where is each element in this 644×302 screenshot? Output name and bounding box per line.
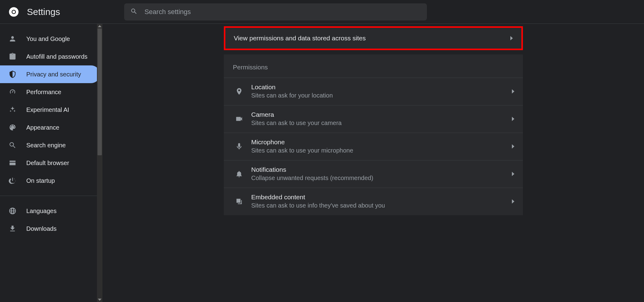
search-settings[interactable] bbox=[124, 3, 427, 20]
download-icon bbox=[9, 225, 17, 233]
sidebar-divider bbox=[0, 196, 102, 196]
sidebar-item-languages[interactable]: Languages bbox=[0, 202, 100, 220]
perm-sub: Sites can ask to use your camera bbox=[251, 120, 342, 127]
sidebar-item-label: Experimental AI bbox=[26, 106, 69, 113]
chevron-right-icon bbox=[512, 144, 514, 149]
chevron-right-icon bbox=[512, 172, 514, 176]
permission-embedded-content[interactable]: Embedded content Sites can ask to use in… bbox=[224, 188, 523, 215]
clipboard-icon bbox=[9, 53, 17, 61]
sidebar-scrollbar[interactable] bbox=[97, 24, 102, 302]
camera-icon bbox=[232, 115, 246, 123]
chevron-right-icon bbox=[512, 199, 514, 204]
sidebar-item-label: Default browser bbox=[26, 160, 69, 167]
sidebar-item-experimental-ai[interactable]: Experimental AI bbox=[0, 101, 100, 119]
perm-title: Embedded content bbox=[251, 193, 385, 201]
row-label: View permissions and data stored across … bbox=[234, 35, 366, 42]
sidebar-item-label: Downloads bbox=[26, 225, 57, 232]
chrome-logo-icon bbox=[9, 7, 19, 17]
permission-notifications[interactable]: Notifications Collapse unwanted requests… bbox=[224, 160, 523, 188]
person-icon bbox=[9, 35, 17, 43]
power-icon bbox=[9, 177, 17, 185]
sidebar: You and Google Autofill and passwords Pr… bbox=[0, 24, 102, 302]
search-icon bbox=[130, 8, 138, 16]
sidebar-item-on-startup[interactable]: On startup bbox=[0, 172, 100, 190]
permission-microphone[interactable]: Microphone Sites can ask to use your mic… bbox=[224, 133, 523, 160]
sidebar-item-downloads[interactable]: Downloads bbox=[0, 220, 100, 238]
palette-icon bbox=[9, 123, 17, 131]
sidebar-item-appearance[interactable]: Appearance bbox=[0, 119, 100, 136]
perm-sub: Sites can ask to use your microphone bbox=[251, 147, 353, 154]
sidebar-item-label: Languages bbox=[26, 208, 57, 215]
permission-location[interactable]: Location Sites can ask for your location bbox=[224, 78, 523, 105]
perm-title: Camera bbox=[251, 111, 342, 118]
sidebar-item-performance[interactable]: Performance bbox=[0, 83, 100, 101]
sidebar-item-default-browser[interactable]: Default browser bbox=[0, 154, 100, 172]
perm-title: Microphone bbox=[251, 138, 353, 146]
sparkle-icon bbox=[9, 106, 17, 114]
sidebar-item-label: Privacy and security bbox=[26, 71, 81, 78]
chevron-right-icon bbox=[510, 36, 513, 40]
page-title: Settings bbox=[27, 7, 60, 17]
scroll-up-icon[interactable] bbox=[98, 25, 102, 27]
chevron-right-icon bbox=[512, 117, 514, 121]
chevron-right-icon bbox=[512, 89, 514, 94]
pin-icon bbox=[232, 87, 246, 95]
window-icon bbox=[9, 159, 17, 167]
sidebar-item-label: Appearance bbox=[26, 124, 59, 131]
sidebar-item-label: On startup bbox=[26, 177, 55, 184]
embed-icon bbox=[232, 197, 246, 205]
search-icon bbox=[9, 141, 17, 149]
header: Settings bbox=[0, 0, 644, 24]
sidebar-item-label: Autofill and passwords bbox=[26, 53, 87, 60]
perm-title: Location bbox=[251, 83, 333, 91]
globe-icon bbox=[9, 207, 17, 215]
perm-sub: Sites can ask for your location bbox=[251, 92, 333, 99]
perm-sub: Sites can ask to use info they've saved … bbox=[251, 202, 385, 209]
search-input[interactable] bbox=[144, 8, 421, 16]
mic-icon bbox=[232, 142, 246, 150]
bell-icon bbox=[232, 170, 246, 178]
sidebar-item-autofill[interactable]: Autofill and passwords bbox=[0, 48, 100, 65]
sidebar-item-privacy-security[interactable]: Privacy and security bbox=[0, 65, 100, 83]
view-permissions-row[interactable]: View permissions and data stored across … bbox=[224, 26, 523, 50]
scroll-down-icon[interactable] bbox=[98, 299, 102, 301]
sidebar-item-label: You and Google bbox=[26, 35, 70, 42]
permissions-heading: Permissions bbox=[224, 54, 523, 78]
sidebar-item-you-and-google[interactable]: You and Google bbox=[0, 30, 100, 48]
speedometer-icon bbox=[9, 88, 17, 96]
scrollbar-thumb[interactable] bbox=[98, 28, 102, 155]
perm-title: Notifications bbox=[251, 166, 373, 173]
shield-icon bbox=[9, 70, 17, 78]
sidebar-item-label: Search engine bbox=[26, 142, 66, 149]
svg-point-2 bbox=[12, 10, 15, 13]
main-content: View permissions and data stored across … bbox=[102, 24, 644, 302]
perm-sub: Collapse unwanted requests (recommended) bbox=[251, 175, 373, 182]
sidebar-item-label: Performance bbox=[26, 89, 61, 96]
permission-camera[interactable]: Camera Sites can ask to use your camera bbox=[224, 105, 523, 133]
sidebar-item-search-engine[interactable]: Search engine bbox=[0, 136, 100, 154]
